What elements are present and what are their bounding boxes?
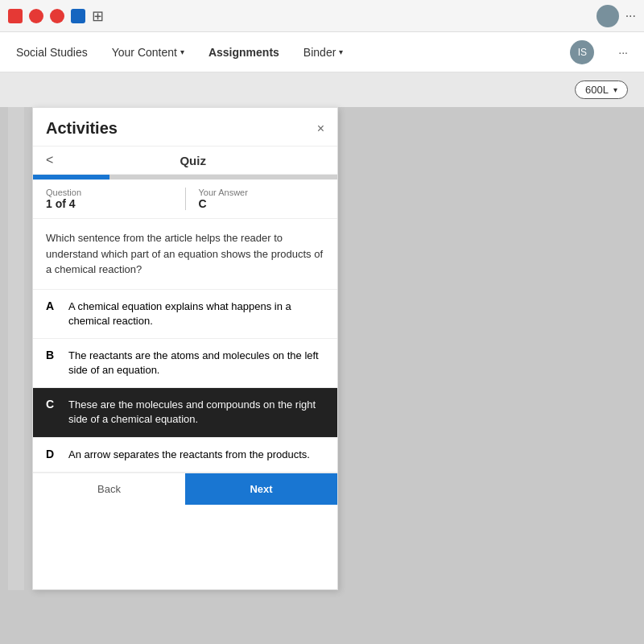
question-text: Which sentence from the article helps th… (33, 219, 337, 290)
nav-social-studies[interactable]: Social Studies (16, 46, 88, 59)
sidebar-strip (8, 107, 24, 590)
answer-letter-b: B (46, 349, 59, 361)
nav-binder[interactable]: Binder ▾ (303, 46, 343, 59)
answer-text-d: An arrow separates the reactants from th… (68, 448, 310, 462)
question-number-section: Question 1 of 4 (46, 188, 186, 210)
binder-chevron: ▾ (339, 47, 343, 56)
next-button[interactable]: Next (185, 473, 337, 505)
nav-assignments[interactable]: Assignments (208, 46, 279, 59)
grid-icon: ⊞ (92, 7, 104, 25)
question-info: Question 1 of 4 Your Answer C (33, 180, 337, 219)
app-icon-red (8, 9, 23, 23)
answer-option-b[interactable]: B The reactants are the atoms and molecu… (33, 339, 337, 388)
close-button[interactable]: × (317, 122, 324, 136)
answer-option-a[interactable]: A A chemical equation explains what happ… (33, 290, 337, 339)
answer-letter-c: C (46, 398, 59, 411)
nav-your-content[interactable]: Your Content ▾ (112, 46, 184, 59)
panel-footer: Back Next (33, 473, 337, 505)
quiz-back-chevron[interactable]: < (46, 153, 53, 167)
user-avatar[interactable]: IS (570, 40, 594, 64)
app-icon-circle-red (29, 9, 43, 23)
answer-text-a: A chemical equation explains what happen… (68, 299, 324, 328)
your-answer-label: Your Answer (199, 188, 325, 197)
level-badge[interactable]: 600L ▾ (575, 80, 628, 99)
answer-letter-d: D (46, 448, 59, 460)
your-content-chevron: ▾ (180, 47, 184, 56)
content-area: 600L ▾ (0, 72, 644, 107)
answer-option-d[interactable]: D An arrow separates the reactants from … (33, 438, 337, 473)
answer-text-c: These are the molecules and compounds on… (68, 398, 324, 427)
answer-letter-a: A (46, 299, 59, 312)
app-icon-blue (71, 9, 85, 23)
question-number: 1 of 4 (46, 197, 172, 210)
main-content: Activities × < Quiz Question 1 of 4 Your… (0, 107, 644, 590)
activities-title: Activities (46, 119, 118, 138)
quiz-title: Quiz (61, 154, 324, 167)
top-bar: ⊞ ··· (0, 0, 644, 32)
nav-bar: Social Studies Your Content ▾ Assignment… (0, 32, 644, 72)
level-chevron: ▾ (613, 85, 617, 94)
your-answer-value: C (199, 197, 325, 210)
answer-text-b: The reactants are the atoms and molecule… (68, 349, 324, 378)
answer-option-c[interactable]: C These are the molecules and compounds … (33, 388, 337, 437)
browser-avatar (597, 5, 619, 27)
activities-panel: Activities × < Quiz Question 1 of 4 Your… (32, 107, 338, 590)
quiz-nav: < Quiz (33, 147, 337, 175)
app-icon-circle-red2 (50, 9, 64, 23)
your-answer-section: Your Answer C (186, 188, 325, 210)
question-label: Question (46, 188, 172, 197)
nav-more-button[interactable]: ··· (618, 46, 628, 59)
activities-header: Activities × (33, 108, 337, 147)
more-icon: ··· (625, 9, 636, 23)
back-button[interactable]: Back (33, 473, 185, 505)
